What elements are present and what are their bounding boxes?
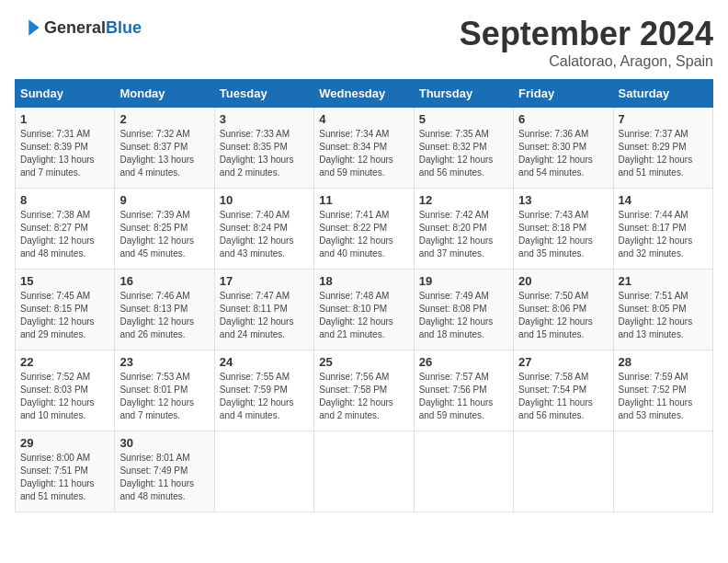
day-header-tuesday: Tuesday — [214, 80, 313, 108]
title-block: September 2024 Calatorao, Aragon, Spain — [460, 15, 713, 70]
day-number: 28 — [619, 355, 708, 369]
day-cell: 28 Sunrise: 7:59 AMSunset: 7:52 PMDaylig… — [613, 350, 712, 431]
week-row-2: 8 Sunrise: 7:38 AMSunset: 8:27 PMDayligh… — [16, 189, 713, 270]
day-number: 3 — [220, 112, 309, 126]
cell-text: Sunrise: 7:32 AMSunset: 8:37 PMDaylight:… — [119, 129, 194, 178]
day-cell — [613, 431, 712, 512]
cell-text: Sunrise: 7:51 AMSunset: 8:05 PMDaylight:… — [619, 291, 693, 339]
day-cell — [214, 431, 313, 512]
day-cell: 7 Sunrise: 7:37 AMSunset: 8:29 PMDayligh… — [613, 108, 712, 189]
cell-text: Sunrise: 7:47 AMSunset: 8:11 PMDaylight:… — [220, 291, 294, 339]
day-number: 7 — [619, 112, 708, 126]
cell-text: Sunrise: 7:37 AMSunset: 8:29 PMDaylight:… — [619, 129, 693, 178]
cell-text: Sunrise: 7:58 AMSunset: 7:54 PMDaylight:… — [518, 372, 593, 420]
day-cell: 13 Sunrise: 7:43 AMSunset: 8:18 PMDaylig… — [514, 189, 613, 270]
cell-text: Sunrise: 7:49 AMSunset: 8:08 PMDaylight:… — [419, 291, 494, 339]
day-header-saturday: Saturday — [613, 80, 712, 108]
day-header-wednesday: Wednesday — [314, 80, 414, 108]
day-cell: 11 Sunrise: 7:41 AMSunset: 8:22 PMDaylig… — [314, 189, 414, 270]
week-row-4: 22 Sunrise: 7:52 AMSunset: 8:03 PMDaylig… — [16, 350, 713, 431]
day-cell: 14 Sunrise: 7:44 AMSunset: 8:17 PMDaylig… — [613, 189, 712, 270]
day-cell: 25 Sunrise: 7:56 AMSunset: 7:58 PMDaylig… — [314, 350, 414, 431]
day-cell: 18 Sunrise: 7:48 AMSunset: 8:10 PMDaylig… — [314, 270, 414, 350]
day-header-thursday: Thursday — [414, 80, 513, 108]
day-number: 30 — [119, 436, 209, 450]
day-number: 24 — [220, 355, 309, 369]
cell-text: Sunrise: 7:53 AMSunset: 8:01 PMDaylight:… — [119, 372, 194, 420]
logo: GeneralBlue — [15, 15, 142, 40]
cell-text: Sunrise: 7:48 AMSunset: 8:10 PMDaylight:… — [319, 291, 393, 339]
day-cell: 21 Sunrise: 7:51 AMSunset: 8:05 PMDaylig… — [613, 270, 712, 350]
day-cell: 3 Sunrise: 7:33 AMSunset: 8:35 PMDayligh… — [214, 108, 313, 189]
cell-text: Sunrise: 7:52 AMSunset: 8:03 PMDaylight:… — [20, 372, 95, 420]
day-header-monday: Monday — [115, 80, 214, 108]
month-title: September 2024 — [460, 15, 713, 53]
cell-text: Sunrise: 7:46 AMSunset: 8:13 PMDaylight:… — [119, 291, 194, 339]
cell-text: Sunrise: 7:33 AMSunset: 8:35 PMDaylight:… — [220, 129, 294, 178]
day-cell — [414, 431, 513, 512]
day-number: 12 — [419, 193, 508, 207]
cell-text: Sunrise: 7:41 AMSunset: 8:22 PMDaylight:… — [319, 210, 393, 259]
cell-text: Sunrise: 7:42 AMSunset: 8:20 PMDaylight:… — [419, 210, 494, 259]
cell-text: Sunrise: 7:56 AMSunset: 7:58 PMDaylight:… — [319, 372, 393, 420]
day-cell: 16 Sunrise: 7:46 AMSunset: 8:13 PMDaylig… — [115, 270, 214, 350]
day-cell: 24 Sunrise: 7:55 AMSunset: 7:59 PMDaylig… — [214, 350, 313, 431]
day-number: 19 — [419, 274, 508, 288]
cell-text: Sunrise: 7:40 AMSunset: 8:24 PMDaylight:… — [220, 210, 294, 259]
day-number: 22 — [20, 355, 109, 369]
day-number: 21 — [619, 274, 708, 288]
day-number: 4 — [319, 112, 408, 126]
logo-text-blue: Blue — [106, 18, 142, 37]
day-number: 1 — [20, 112, 109, 126]
svg-marker-1 — [28, 20, 39, 36]
day-cell: 29 Sunrise: 8:00 AMSunset: 7:51 PMDaylig… — [16, 431, 115, 512]
day-header-friday: Friday — [514, 80, 613, 108]
logo-icon — [15, 15, 40, 40]
day-cell: 17 Sunrise: 7:47 AMSunset: 8:11 PMDaylig… — [214, 270, 313, 350]
day-cell: 1 Sunrise: 7:31 AMSunset: 8:39 PMDayligh… — [16, 108, 115, 189]
day-cell: 5 Sunrise: 7:35 AMSunset: 8:32 PMDayligh… — [414, 108, 513, 189]
day-cell: 30 Sunrise: 8:01 AMSunset: 7:49 PMDaylig… — [115, 431, 214, 512]
day-number: 6 — [518, 112, 608, 126]
day-number: 2 — [119, 112, 209, 126]
cell-text: Sunrise: 7:38 AMSunset: 8:27 PMDaylight:… — [20, 210, 95, 259]
day-number: 16 — [119, 274, 209, 288]
page-header: GeneralBlue September 2024 Calatorao, Ar… — [15, 15, 713, 70]
day-number: 18 — [319, 274, 408, 288]
day-number: 20 — [518, 274, 608, 288]
day-number: 23 — [119, 355, 209, 369]
day-cell: 10 Sunrise: 7:40 AMSunset: 8:24 PMDaylig… — [214, 189, 313, 270]
day-number: 11 — [319, 193, 408, 207]
day-number: 17 — [220, 274, 309, 288]
day-cell: 19 Sunrise: 7:49 AMSunset: 8:08 PMDaylig… — [414, 270, 513, 350]
cell-text: Sunrise: 7:31 AMSunset: 8:39 PMDaylight:… — [20, 129, 95, 178]
day-number: 26 — [419, 355, 508, 369]
day-cell: 26 Sunrise: 7:57 AMSunset: 7:56 PMDaylig… — [414, 350, 513, 431]
day-number: 9 — [119, 193, 209, 207]
day-number: 29 — [20, 436, 109, 450]
day-number: 8 — [20, 193, 109, 207]
day-number: 5 — [419, 112, 508, 126]
day-cell — [314, 431, 414, 512]
cell-text: Sunrise: 7:39 AMSunset: 8:25 PMDaylight:… — [119, 210, 194, 259]
cell-text: Sunrise: 7:36 AMSunset: 8:30 PMDaylight:… — [518, 129, 593, 178]
day-number: 15 — [20, 274, 109, 288]
location-title: Calatorao, Aragon, Spain — [460, 53, 713, 70]
week-row-1: 1 Sunrise: 7:31 AMSunset: 8:39 PMDayligh… — [16, 108, 713, 189]
day-cell: 8 Sunrise: 7:38 AMSunset: 8:27 PMDayligh… — [16, 189, 115, 270]
day-cell: 23 Sunrise: 7:53 AMSunset: 8:01 PMDaylig… — [115, 350, 214, 431]
day-number: 27 — [518, 355, 608, 369]
week-row-3: 15 Sunrise: 7:45 AMSunset: 8:15 PMDaylig… — [16, 270, 713, 350]
day-number: 10 — [220, 193, 309, 207]
day-cell: 15 Sunrise: 7:45 AMSunset: 8:15 PMDaylig… — [16, 270, 115, 350]
week-row-5: 29 Sunrise: 8:00 AMSunset: 7:51 PMDaylig… — [16, 431, 713, 512]
day-cell: 27 Sunrise: 7:58 AMSunset: 7:54 PMDaylig… — [514, 350, 613, 431]
day-number: 14 — [619, 193, 708, 207]
day-cell: 9 Sunrise: 7:39 AMSunset: 8:25 PMDayligh… — [115, 189, 214, 270]
logo-text-general: General — [44, 18, 106, 37]
day-number: 25 — [319, 355, 408, 369]
cell-text: Sunrise: 7:45 AMSunset: 8:15 PMDaylight:… — [20, 291, 95, 339]
day-cell: 22 Sunrise: 7:52 AMSunset: 8:03 PMDaylig… — [16, 350, 115, 431]
day-number: 13 — [518, 193, 608, 207]
cell-text: Sunrise: 8:00 AMSunset: 7:51 PMDaylight:… — [20, 453, 95, 501]
